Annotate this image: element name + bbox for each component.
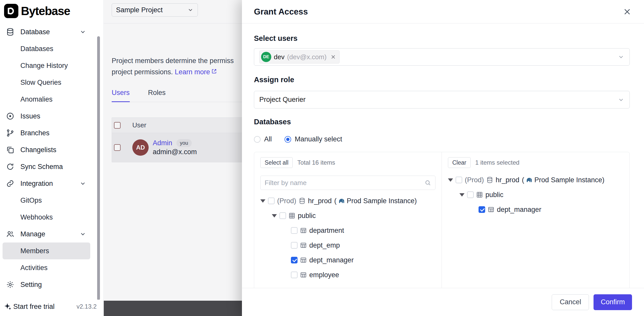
integration-icon <box>6 179 14 188</box>
sidebar-item-members[interactable]: Members <box>3 242 90 259</box>
tree-checkbox[interactable] <box>279 212 286 219</box>
tree-node-table-selected[interactable]: dept_manager <box>260 253 435 268</box>
learn-more-label: Learn more <box>175 66 210 78</box>
radio-manually-select[interactable]: Manually select <box>285 135 342 143</box>
project-selector[interactable]: Sample Project <box>112 3 198 17</box>
tree-checkbox-checked[interactable] <box>291 257 298 263</box>
tree-checkbox[interactable] <box>291 242 298 249</box>
sidebar-item-database[interactable]: Database <box>3 23 90 40</box>
select-all-checkbox[interactable] <box>114 122 121 129</box>
tree-node-database[interactable]: (Prod) hr_prod ( Prod Sample Instance) <box>260 193 435 208</box>
filter-input[interactable] <box>265 179 424 187</box>
radio-circle-checked <box>285 136 291 143</box>
chevron-down-icon[interactable] <box>618 54 624 60</box>
sidebar-item-gitops[interactable]: GitOps <box>3 192 90 209</box>
select-all-button[interactable]: Select all <box>260 157 293 168</box>
tree-node-table-selected[interactable]: dept_manager <box>448 202 623 217</box>
sidebar-item-branches[interactable]: Branches <box>3 125 90 141</box>
schema-icon <box>289 212 295 219</box>
users-select[interactable]: DE dev (dev@x.com) <box>254 48 630 66</box>
bytebase-app: Bytebase Database Databases Change Histo… <box>0 0 644 316</box>
sidebar-item-activities[interactable]: Activities <box>3 259 90 276</box>
learn-more-link[interactable]: Learn more <box>175 66 217 78</box>
cancel-button[interactable]: Cancel <box>552 294 589 310</box>
user-email: (dev@x.com) <box>287 53 327 61</box>
bytebase-logo-text: Bytebase <box>21 4 70 18</box>
user-avatar: DE <box>261 52 271 62</box>
tree-checkbox[interactable] <box>268 198 275 204</box>
clear-button[interactable]: Clear <box>448 157 471 168</box>
sidebar-item-change-history[interactable]: Change History <box>3 57 90 74</box>
caret-down-icon[interactable] <box>272 214 277 217</box>
sidebar-item-label: Manage <box>20 230 45 238</box>
selected-user-chip: DE dev (dev@x.com) <box>259 50 340 64</box>
tree-checkbox[interactable] <box>291 272 298 278</box>
schema-name: public <box>485 191 504 199</box>
tree-node-table[interactable]: dept_emp <box>260 238 435 253</box>
sidebar-item-issues[interactable]: Issues <box>3 108 90 125</box>
close-icon[interactable] <box>622 7 632 17</box>
source-tree: (Prod) hr_prod ( Prod Sample Instance) <box>260 193 435 282</box>
sidebar-item-manage[interactable]: Manage <box>3 226 90 242</box>
radio-all[interactable]: All <box>254 135 272 143</box>
external-link-icon <box>211 66 217 78</box>
sidebar-item-label: Databases <box>20 45 53 53</box>
database-name: hr_prod <box>496 176 519 184</box>
tree-checkbox[interactable] <box>456 177 462 183</box>
sidebar-item-label: Integration <box>20 180 53 188</box>
remove-user-icon[interactable] <box>330 54 336 60</box>
caret-down-icon[interactable] <box>448 178 453 182</box>
sidebar-item-label: Changelists <box>20 146 56 154</box>
sidebar-item-sync-schema[interactable]: Sync Schema <box>3 158 90 175</box>
tree-checkbox[interactable] <box>291 227 298 234</box>
member-name-link[interactable]: Admin <box>153 139 172 147</box>
confirm-button[interactable]: Confirm <box>594 294 632 310</box>
tab-label: Users <box>112 89 130 96</box>
bytebase-logo[interactable]: Bytebase <box>4 3 70 19</box>
tree-checkbox[interactable] <box>467 191 474 198</box>
table-name: dept_emp <box>309 241 340 249</box>
tree-node-database[interactable]: (Prod) hr_prod ( Prod Sample Instance) <box>448 173 623 187</box>
gear-icon <box>6 281 14 289</box>
tree-checkbox-checked[interactable] <box>479 206 485 213</box>
sidebar-item-slow-queries[interactable]: Slow Queries <box>3 74 90 91</box>
table-icon <box>300 242 307 249</box>
row-checkbox[interactable] <box>114 144 121 151</box>
start-free-trial-button[interactable]: Start free trial <box>4 302 55 311</box>
sidebar: Bytebase Database Databases Change Histo… <box>0 0 104 316</box>
chevron-down-icon[interactable] <box>618 96 624 103</box>
tree-node-table[interactable]: employee <box>260 268 435 282</box>
instance-label: ( Prod Sample Instance) <box>334 197 417 205</box>
instance-name: Prod Sample Instance) <box>534 176 604 184</box>
tab-users[interactable]: Users <box>112 89 130 102</box>
sidebar-item-setting[interactable]: Setting <box>3 276 90 293</box>
chevron-down-icon <box>80 231 86 237</box>
caret-down-icon[interactable] <box>459 193 465 197</box>
table-name: dept_manager <box>497 206 541 214</box>
transfer-source-panel: Select all Total 16 items (Prod) <box>254 152 442 288</box>
tab-roles[interactable]: Roles <box>148 89 166 102</box>
sidebar-item-databases[interactable]: Databases <box>3 40 90 57</box>
table-name: department <box>309 227 344 235</box>
tree-node-schema[interactable]: public <box>260 208 435 223</box>
tree-node-table[interactable]: department <box>260 223 435 238</box>
sidebar-item-integration[interactable]: Integration <box>3 175 90 192</box>
role-select[interactable]: Project Querier <box>254 91 630 108</box>
total-items-label: Total 16 items <box>297 159 335 166</box>
sidebar-item-anomalies[interactable]: Anomalies <box>3 91 90 108</box>
chevron-down-icon <box>187 7 194 13</box>
table-icon <box>300 257 307 263</box>
sidebar-item-changelists[interactable]: Changelists <box>3 141 90 158</box>
chevron-down-icon <box>80 29 86 35</box>
project-selector-value: Sample Project <box>116 6 163 14</box>
radio-circle <box>254 136 261 143</box>
dialog-body: Select users DE dev (dev@x.com) Assign r… <box>242 24 644 288</box>
users-icon <box>6 230 14 238</box>
grant-access-dialog: Grant Access Select users DE dev (dev@x.… <box>242 0 644 316</box>
caret-down-icon[interactable] <box>260 199 265 203</box>
instance-name: Prod Sample Instance) <box>347 197 417 205</box>
tree-node-schema[interactable]: public <box>448 187 623 202</box>
sidebar-item-label: Members <box>20 247 49 255</box>
sidebar-item-webhooks[interactable]: Webhooks <box>3 209 90 226</box>
sidebar-scrollbar[interactable] <box>97 36 100 300</box>
